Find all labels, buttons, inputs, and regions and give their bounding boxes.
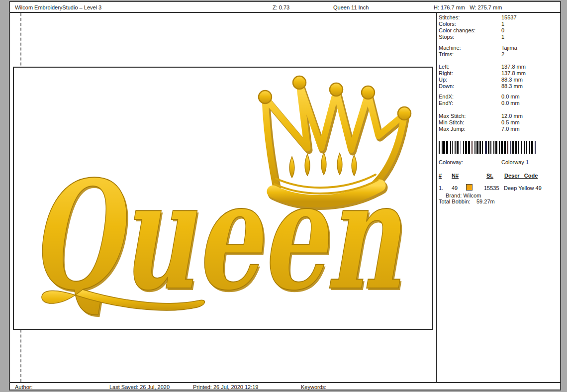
thread-row-descr: Deep Yellow 49 xyxy=(504,185,542,191)
stat-label: Max Jump: xyxy=(439,126,501,132)
stat-row: Stops:1 xyxy=(439,34,558,40)
stat-label: Machine: xyxy=(439,45,501,51)
col-header-num: # xyxy=(439,173,442,179)
col-header-st: St. xyxy=(486,173,493,179)
stat-row: Color changes:0 xyxy=(439,27,558,34)
stat-value: 0.5 mm xyxy=(501,119,558,126)
design-dimensions: H: 176.7 mm W: 275.7 mm xyxy=(434,4,502,10)
zoom-level: Z: 0.73 xyxy=(273,4,289,10)
stat-value: 15537 xyxy=(501,14,558,21)
stat-group-counts: Stitches:15537Colors:1Color changes:0Sto… xyxy=(439,14,558,40)
stat-value: 137.8 mm xyxy=(501,70,558,77)
stat-value: 2 xyxy=(501,51,558,58)
stat-value: 0.0 mm xyxy=(501,100,558,106)
stat-row: Stitches:15537 xyxy=(439,14,558,21)
stat-value: 88.3 mm xyxy=(501,77,558,83)
total-bobbin-value: 59.27m xyxy=(476,198,495,204)
stat-value: Tajima xyxy=(501,45,558,51)
stat-label: EndY: xyxy=(439,100,501,106)
keywords-label: Keywords: xyxy=(301,384,326,390)
stat-row: Colors:1 xyxy=(439,21,558,27)
stat-row: Min Stitch:0.5 mm xyxy=(439,119,558,126)
stat-value: 88.3 mm xyxy=(501,83,558,90)
stat-label: Max Stitch: xyxy=(439,113,501,119)
stat-row: Max Stitch:12.0 mm xyxy=(439,113,558,119)
design-name: Queen 11 Inch xyxy=(333,4,369,10)
total-bobbin-label: Total Bobbin: xyxy=(439,198,471,204)
stat-group-stitchlimits: Max Stitch:12.0 mmMin Stitch:0.5 mmMax J… xyxy=(439,113,558,132)
stat-group-endpoint: EndX:0.0 mmEndY:0.0 mm xyxy=(439,94,558,106)
printed: Printed: 26 Jul, 2020 12:19 xyxy=(193,384,258,390)
stat-value: 1 xyxy=(501,34,558,40)
stat-group-extents: Left:137.8 mmRight:137.8 mmUp:88.3 mmDow… xyxy=(439,64,558,90)
stat-row: Down:88.3 mm xyxy=(439,83,558,90)
thread-row-n: 49 xyxy=(452,185,458,191)
stat-row: EndY:0.0 mm xyxy=(439,100,558,106)
stat-value: 7.0 mm xyxy=(501,126,558,132)
stat-label: Min Stitch: xyxy=(439,119,501,126)
stat-value: 1 xyxy=(501,21,558,27)
stat-label: Stops: xyxy=(439,34,501,40)
colorway-value: Colorway 1 xyxy=(501,159,529,165)
app-title: Wilcom EmbroideryStudio – Level 3 xyxy=(15,4,101,10)
stat-label: Color changes: xyxy=(439,27,501,34)
thread-swatch xyxy=(466,184,472,191)
col-header-descr: Descr _Code xyxy=(504,173,538,179)
stat-row: Machine:Tajima xyxy=(439,45,558,51)
stat-row: Left:137.8 mm xyxy=(439,64,558,70)
stat-label: Trims: xyxy=(439,51,501,58)
stat-label: EndX: xyxy=(439,94,501,100)
thread-row-num: 1. xyxy=(439,185,443,191)
stat-row: Trims:2 xyxy=(439,51,558,58)
stat-label: Up: xyxy=(439,77,501,83)
footer-divider xyxy=(10,382,561,383)
last-saved: Last Saved: 26 Jul, 2020 xyxy=(109,384,170,390)
stat-label: Down: xyxy=(439,83,501,90)
statistics-panel: Stitches:15537Colors:1Color changes:0Sto… xyxy=(439,12,561,382)
colorway-label: Colorway: xyxy=(439,159,463,165)
stat-label: Right: xyxy=(439,70,501,77)
stat-row: EndX:0.0 mm xyxy=(439,94,558,100)
stat-label: Stitches: xyxy=(439,14,501,21)
stat-row: Right:137.8 mm xyxy=(439,70,558,77)
design-area: Queen Queen xyxy=(13,67,433,330)
stat-row: Up:88.3 mm xyxy=(439,77,558,83)
stat-value: 137.8 mm xyxy=(501,64,558,70)
stat-row: Max Jump:7.0 mm xyxy=(439,126,558,132)
stat-label: Left: xyxy=(439,64,501,70)
stat-value: 0.0 mm xyxy=(501,94,558,100)
panel-divider xyxy=(436,12,437,382)
embroidery-design: Queen Queen xyxy=(14,68,432,329)
stat-group-machine: Machine:TajimaTrims:2 xyxy=(439,45,558,58)
author-label: Author: xyxy=(15,384,32,390)
thread-row-st: 15535 xyxy=(484,185,499,191)
col-header-n: N# xyxy=(452,173,459,179)
stat-label: Colors: xyxy=(439,21,501,27)
thread-brand: Brand: Wilcom xyxy=(446,193,481,198)
stat-value: 12.0 mm xyxy=(501,113,558,119)
barcode xyxy=(439,141,538,154)
stat-value: 0 xyxy=(501,27,558,34)
